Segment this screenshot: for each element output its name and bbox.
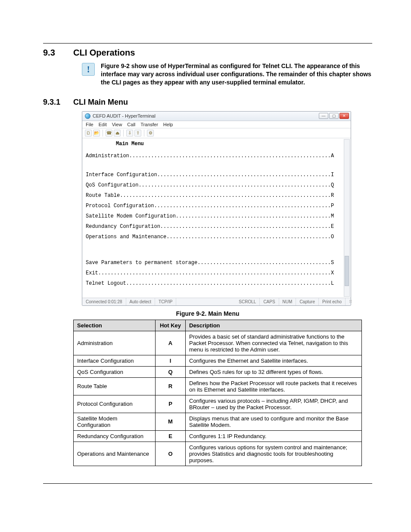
terminal-body[interactable]: Main Menu Administration................… — [82, 138, 351, 298]
app-icon — [85, 113, 90, 119]
section-heading-main-menu: 9.3.1 CLI Main Menu — [43, 98, 372, 107]
info-icon: ! — [82, 63, 95, 76]
top-rule — [43, 43, 372, 44]
window-title-left: CEFD AUDIT - HyperTerminal — [85, 113, 156, 119]
document-page: 9.3 CLI Operations ! Figure 9-2 show use… — [0, 0, 411, 518]
table-row: QoS ConfigurationQDefines QoS rules for … — [74, 366, 362, 377]
toolbar-open-icon[interactable]: 📂 — [93, 130, 100, 137]
status-echo: Print echo — [319, 298, 346, 305]
terminal-title: Main Menu — [116, 141, 347, 147]
cell-description: Configures the Ethernet and Satellite in… — [186, 355, 362, 366]
terminal-line: Administration..........................… — [86, 153, 347, 159]
cell-description: Defines QoS rules for up to 32 different… — [186, 366, 362, 377]
table-row: AdministrationAProvides a basic set of s… — [74, 331, 362, 355]
status-capture: Capture — [296, 298, 319, 305]
minimize-button[interactable]: — — [319, 113, 328, 119]
terminal-line: Route Table.............................… — [86, 193, 347, 199]
table-row: Interface ConfigurationIConfigures the E… — [74, 355, 362, 366]
status-num: NUM — [279, 298, 296, 305]
terminal-line: Interface Configuration.................… — [86, 172, 347, 178]
terminal-line: Exit....................................… — [86, 270, 347, 276]
table-row: Operations and MaintenanceOConfigures va… — [74, 442, 362, 466]
toolbar-hangup-icon[interactable]: ⏏ — [114, 130, 121, 137]
cell-description: Configures various options for system co… — [186, 442, 362, 466]
resize-grip-icon[interactable]: ⠿ — [346, 298, 351, 305]
th-description: Description — [186, 320, 362, 331]
cell-description: Defines how the Packet Processor will ro… — [186, 377, 362, 395]
table-row: Redundancy ConfigurationEConfigures 1:1 … — [74, 430, 362, 442]
cell-hotkey: R — [156, 377, 186, 395]
cell-hotkey: P — [156, 395, 186, 413]
toolbar-sep — [103, 130, 103, 137]
cell-description: Configures 1:1 IP Redundancy. — [186, 430, 362, 442]
window-controls: — ▢ ✕ — [319, 113, 349, 119]
table-row: Satellite Modem ConfigurationMDisplays m… — [74, 413, 362, 430]
th-hotkey: Hot Key — [156, 320, 186, 331]
menu-call[interactable]: Call — [127, 122, 135, 127]
cell-hotkey: Q — [156, 366, 186, 377]
menu-edit[interactable]: Edit — [99, 122, 107, 127]
cell-hotkey: A — [156, 331, 186, 355]
menu-transfer[interactable]: Transfer — [140, 122, 158, 127]
toolbar: 🗋 📂 ☎ ⏏ ⇩ ⇧ ⚙ — [82, 128, 351, 138]
status-connected: Connected 0:01:28 — [82, 298, 126, 305]
section-title: CLI Operations — [73, 48, 135, 58]
close-button[interactable]: ✕ — [339, 113, 349, 119]
terminal-line: Protocol Configuration..................… — [86, 203, 347, 209]
bottom-rule — [43, 483, 372, 484]
toolbar-new-icon[interactable]: 🗋 — [85, 130, 92, 137]
cell-hotkey: E — [156, 430, 186, 442]
terminal-line: Satellite Modem Configuration...........… — [86, 213, 347, 219]
toolbar-phone-icon[interactable]: ☎ — [106, 130, 112, 137]
terminal-line: QoS Configuration.......................… — [86, 182, 347, 188]
th-selection: Selection — [74, 320, 156, 331]
cell-selection: Redundancy Configuration — [74, 430, 156, 442]
cell-selection: Operations and Maintenance — [74, 442, 156, 466]
menu-help[interactable]: Help — [163, 122, 173, 127]
section-number: 9.3 — [43, 48, 73, 58]
cell-hotkey: O — [156, 442, 186, 466]
subsection-title: CLI Main Menu — [73, 98, 128, 107]
status-scroll: SCROLL — [235, 298, 260, 305]
menu-file[interactable]: File — [86, 122, 93, 127]
cell-selection: QoS Configuration — [74, 366, 156, 377]
info-note: ! Figure 9-2 show use of HyperTerminal a… — [82, 62, 372, 87]
subsection-number: 9.3.1 — [43, 98, 73, 107]
toolbar-sep — [123, 130, 124, 137]
cell-selection: Interface Configuration — [74, 355, 156, 366]
table-row: Protocol ConfigurationPConfigures variou… — [74, 395, 362, 413]
terminal-lines: Administration..........................… — [86, 153, 347, 286]
scrollbar-thumb[interactable] — [345, 256, 349, 286]
terminal-gap — [86, 163, 347, 172]
toolbar-send-icon[interactable]: ⇩ — [126, 130, 133, 137]
table-row: Route TableRDefines how the Packet Proce… — [74, 377, 362, 395]
toolbar-sep — [144, 130, 144, 137]
cell-description: Provides a basic set of standard adminis… — [186, 331, 362, 355]
cell-selection: Satellite Modem Configuration — [74, 413, 156, 430]
window-title: CEFD AUDIT - HyperTerminal — [93, 113, 156, 118]
cell-hotkey: I — [156, 355, 186, 366]
window-titlebar: CEFD AUDIT - HyperTerminal — ▢ ✕ — [82, 112, 351, 121]
terminal-line: Redundancy Configuration................… — [86, 224, 347, 230]
scrollbar[interactable] — [344, 139, 350, 297]
cell-selection: Protocol Configuration — [74, 395, 156, 413]
terminal-line: Save Parameters to permanent storage....… — [86, 260, 347, 266]
statusbar: Connected 0:01:28 Auto detect TCP/IP SCR… — [82, 298, 351, 305]
status-caps: CAPS — [260, 298, 279, 305]
cell-description: Configures various protocols – including… — [186, 395, 362, 413]
hyperterminal-window: CEFD AUDIT - HyperTerminal — ▢ ✕ File Ed… — [82, 111, 351, 306]
status-detect: Auto detect — [126, 298, 156, 305]
menu-view[interactable]: View — [112, 122, 122, 127]
status-proto: TCP/IP — [155, 298, 176, 305]
menubar: File Edit View Call Transfer Help — [82, 121, 351, 128]
cell-description: Displays menus that are used to configur… — [186, 413, 362, 430]
info-text: Figure 9-2 show use of HyperTerminal as … — [101, 62, 372, 87]
status-spacer — [176, 298, 235, 305]
figure-caption: Figure 9-2. Main Menu — [43, 310, 372, 317]
maximize-button[interactable]: ▢ — [329, 113, 339, 119]
cell-selection: Route Table — [74, 377, 156, 395]
table-header-row: Selection Hot Key Description — [74, 320, 362, 331]
terminal-line: Telnet Logout...........................… — [86, 280, 347, 286]
toolbar-properties-icon[interactable]: ⚙ — [147, 130, 154, 137]
toolbar-receive-icon[interactable]: ⇧ — [134, 130, 141, 137]
